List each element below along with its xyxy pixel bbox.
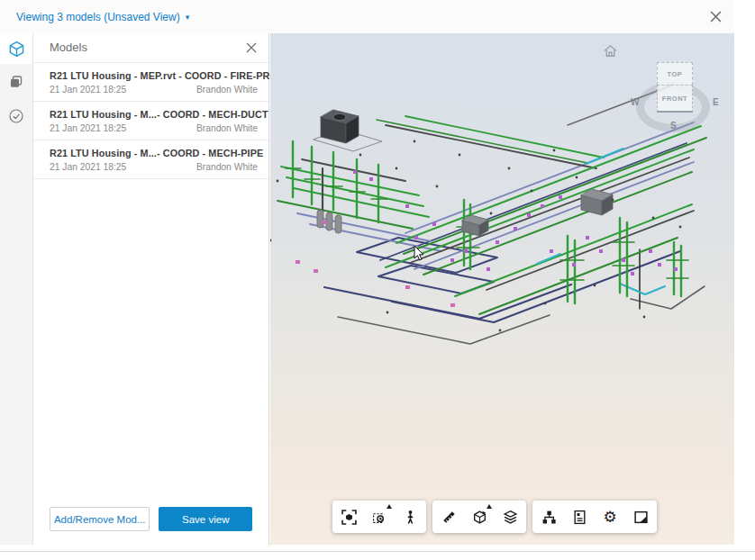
page-edge-divider [0, 551, 755, 552]
model-list-item[interactable]: R21 LTU Housing - M...- COORD - MECH-DUC… [33, 102, 268, 140]
titlebar: Viewing 3 models (Unsaved View) ▾ [0, 0, 734, 33]
viewcube-cube[interactable]: TOP FRONT [657, 62, 693, 113]
chevron-down-icon: ▾ [186, 13, 190, 22]
zoom-window-button[interactable] [364, 501, 395, 533]
close-icon [710, 11, 722, 23]
close-icon [246, 42, 257, 53]
rail-tab-models[interactable] [0, 33, 32, 64]
settings-button[interactable]: ⚙ [595, 501, 625, 533]
home-icon [602, 42, 619, 59]
add-remove-models-button[interactable]: Add/Remove Mod... [50, 507, 150, 531]
viewer-dialog: Viewing 3 models (Unsaved View) ▾ [0, 0, 734, 545]
model-author: Brandon White [196, 85, 258, 95]
first-person-icon [403, 510, 418, 525]
section-analysis-button[interactable] [464, 501, 495, 533]
viewer-toolbar: ⚙ [332, 501, 657, 533]
models-cube-icon [8, 41, 25, 58]
model-title: R21 LTU Housing - M...- COORD - MECH-DUC… [50, 109, 258, 120]
viewcube-top-face[interactable]: TOP [657, 62, 693, 85]
viewing-models-dropdown[interactable]: Viewing 3 models (Unsaved View) ▾ [16, 0, 189, 33]
model-title: R21 LTU Housing - M...- COORD - MECH-PIP… [50, 148, 258, 158]
left-rail [0, 33, 33, 545]
viewing-models-label: Viewing 3 models (Unsaved View) [16, 11, 180, 23]
model-browser-icon [541, 510, 557, 525]
levels-button[interactable] [495, 501, 525, 533]
models-panel-header: Models [33, 33, 268, 62]
home-view-button[interactable] [602, 42, 620, 60]
fit-to-view-icon [341, 510, 357, 525]
section-analysis-icon [472, 510, 487, 525]
toolbar-group-tools: ⚙ [532, 501, 657, 533]
issues-check-icon [8, 108, 24, 124]
panel-title: Models [50, 41, 87, 54]
model-title: R21 LTU Housing - MEP.rvt - COORD - FIRE… [50, 70, 258, 81]
save-view-button[interactable]: Save view [159, 507, 252, 531]
viewport-3d-canvas[interactable]: W E S TOP FRONT [270, 33, 734, 545]
measure-button[interactable] [433, 501, 464, 533]
dropdown-caret-icon [387, 504, 392, 509]
sheets-icon [8, 74, 24, 90]
zoom-window-icon [372, 510, 387, 525]
rail-tab-sheets[interactable] [0, 67, 32, 97]
share-screenshot-icon [633, 510, 649, 525]
rail-tab-issues[interactable] [0, 101, 32, 131]
model-list: R21 LTU Housing - MEP.rvt - COORD - FIRE… [33, 62, 268, 179]
model-list-item[interactable]: R21 LTU Housing - MEP.rvt - COORD - FIRE… [33, 63, 268, 102]
model-date: 21 Jan 2021 18:25 [50, 162, 126, 172]
properties-icon [572, 510, 587, 525]
model-browser-button[interactable] [533, 501, 564, 533]
dialog-close-button[interactable] [707, 8, 723, 24]
dropdown-caret-icon [487, 504, 492, 509]
properties-button[interactable] [564, 501, 595, 533]
fit-to-view-button[interactable] [333, 501, 364, 533]
panel-footer: Add/Remove Mod... Save view [50, 507, 252, 531]
viewcube-west-label[interactable]: W [631, 97, 639, 107]
first-person-button[interactable] [395, 501, 425, 533]
viewcube-front-face[interactable]: FRONT [657, 85, 693, 113]
toolbar-group-analyze [432, 501, 526, 533]
panel-close-button[interactable] [243, 40, 259, 56]
viewcube[interactable]: W E S TOP FRONT [623, 55, 730, 140]
model-author: Brandon White [196, 123, 258, 133]
viewcube-east-label[interactable]: E [713, 97, 719, 107]
model-date: 21 Jan 2021 18:25 [50, 85, 126, 95]
model-list-item[interactable]: R21 LTU Housing - M...- COORD - MECH-PIP… [33, 140, 268, 179]
levels-icon [503, 510, 518, 525]
model-date: 21 Jan 2021 18:25 [50, 123, 126, 133]
measure-icon [441, 510, 457, 525]
toolbar-group-navigate [332, 501, 426, 533]
settings-gear-icon: ⚙ [603, 510, 616, 525]
model-author: Brandon White [196, 162, 258, 172]
share-screenshot-button[interactable] [625, 501, 656, 533]
models-panel: Models R21 LTU Housing - MEP.rvt - COORD… [33, 33, 269, 545]
viewcube-south-label[interactable]: S [670, 121, 677, 131]
